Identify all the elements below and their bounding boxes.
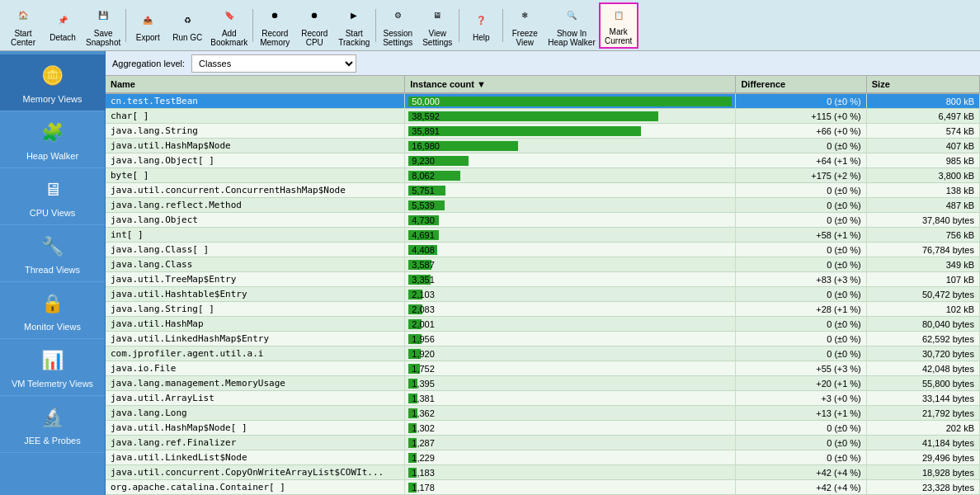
sidebar-item-heap-walker[interactable]: 🧩 Heap Walker (0, 111, 105, 168)
sidebar-item-jee-probes[interactable]: 🔬 JEE & Probes (0, 396, 105, 453)
start-tracking-icon: ▶ (342, 4, 365, 27)
cell-difference: +42 (+4 %) (736, 480, 866, 495)
column-header-instance-count[interactable]: Instance count ▼ (405, 76, 736, 93)
sidebar-item-thread-views[interactable]: 🔧 Thread Views (0, 225, 105, 282)
cell-difference: 0 (±0 %) (736, 243, 866, 257)
save-snapshot-icon: 💾 (92, 4, 115, 27)
table-row[interactable]: java.util.concurrent.CopyOnWriteArrayLis… (106, 465, 980, 480)
table-row[interactable]: java.lang.management.MemoryUsage1,395+20… (106, 376, 980, 391)
table-row[interactable]: java.lang.Object[ ]9,230+64 (+1 %)985 kB (106, 153, 980, 168)
table-body: cn.test.TestBean50,0000 (±0 %)800 kBchar… (106, 93, 980, 495)
cell-difference: 0 (±0 %) (736, 198, 866, 213)
cell-size: 37,840 bytes (866, 213, 979, 228)
cell-size: 55,800 bytes (866, 376, 979, 391)
monitor-views-icon: 🔒 (38, 289, 68, 318)
instance-table-container[interactable]: Name Instance count ▼ Difference Size cn… (106, 76, 980, 495)
cell-instance-count: 16,980 (405, 139, 736, 153)
jee-probes-icon: 🔬 (38, 403, 68, 432)
cell-difference: +64 (+1 %) (736, 153, 866, 168)
column-header-size[interactable]: Size (866, 76, 979, 93)
save-snapshot-button[interactable]: 💾 Save Snapshot (82, 2, 124, 49)
export-icon: 📤 (136, 8, 159, 31)
mark-current-button[interactable]: 📋 Mark Current (599, 2, 638, 49)
sidebar-item-monitor-views-label: Monitor Views (24, 322, 81, 332)
cell-name: java.lang.management.MemoryUsage (106, 376, 405, 391)
table-row[interactable]: java.util.ArrayList1,381+3 (+0 %)33,144 … (106, 391, 980, 406)
column-header-difference[interactable]: Difference (736, 76, 866, 93)
cell-instance-count: 2,001 (405, 317, 736, 332)
start-tracking-button[interactable]: ▶ Start Tracking (334, 2, 374, 49)
cell-instance-count: 1,178 (405, 480, 736, 495)
table-row[interactable]: java.util.concurrent.ConcurrentHashMap$N… (106, 183, 980, 198)
thread-views-icon: 🔧 (38, 232, 68, 262)
table-row[interactable]: java.util.Hashtable$Entry2,1030 (±0 %)50… (106, 287, 980, 302)
cell-name: java.lang.reflect.Method (106, 198, 405, 213)
column-header-name[interactable]: Name (106, 76, 405, 93)
table-row[interactable]: java.io.File1,752+55 (+3 %)42,048 bytes (106, 361, 980, 376)
view-settings-button[interactable]: 🖥 View Settings (417, 2, 457, 49)
cell-size: 80,040 bytes (866, 317, 979, 332)
cell-name: java.util.HashMap$Node (106, 139, 405, 153)
table-row[interactable]: java.util.HashMap2,0010 (±0 %)80,040 byt… (106, 317, 980, 332)
cell-name: java.lang.String[ ] (106, 302, 405, 317)
memory-views-icon: 🪙 (38, 61, 68, 91)
cell-name: java.io.File (106, 361, 405, 376)
table-row[interactable]: byte[ ]8,062+175 (+2 %)3,800 kB (106, 168, 980, 183)
sidebar-item-memory-views[interactable]: 🪙 Memory Views (0, 54, 105, 111)
add-bookmark-button[interactable]: 🔖 Add Bookmark (207, 2, 251, 49)
table-row[interactable]: java.util.TreeMap$Entry3,351+83 (+3 %)10… (106, 272, 980, 287)
cell-instance-count: 3,587 (405, 257, 736, 272)
table-row[interactable]: java.util.HashMap$Node16,9800 (±0 %)407 … (106, 139, 980, 153)
session-settings-icon: ⚙ (386, 4, 409, 27)
table-row[interactable]: java.lang.reflect.Method5,5390 (±0 %)487… (106, 198, 980, 213)
record-cpu-button[interactable]: ⏺ Record CPU (294, 2, 334, 49)
show-in-heap-walker-icon: 🔍 (560, 4, 583, 27)
table-row[interactable]: java.util.LinkedHashMap$Entry1,9560 (±0 … (106, 332, 980, 346)
show-in-heap-walker-button[interactable]: 🔍 Show In Heap Walker (544, 2, 598, 49)
record-memory-button[interactable]: ⏺ Record Memory (255, 2, 294, 49)
add-bookmark-icon: 🔖 (218, 4, 241, 27)
run-gc-button[interactable]: ♻ Run GC (167, 2, 207, 49)
instance-table: Name Instance count ▼ Difference Size cn… (106, 76, 980, 495)
cell-difference: 0 (±0 %) (736, 421, 866, 436)
table-row[interactable]: java.lang.ref.Finalizer1,2870 (±0 %)41,1… (106, 436, 980, 450)
cell-instance-count: 4,691 (405, 228, 736, 243)
cell-name: com.jprofiler.agent.util.a.i (106, 346, 405, 361)
cell-instance-count: 1,920 (405, 346, 736, 361)
table-row[interactable]: org.apache.catalina.Container[ ]1,178+42… (106, 480, 980, 495)
main-layout: 🪙 Memory Views 🧩 Heap Walker 🖥 CPU Views… (0, 51, 980, 495)
cell-difference: 0 (±0 %) (736, 213, 866, 228)
session-settings-button[interactable]: ⚙ Session Settings (378, 2, 417, 49)
export-button[interactable]: 📤 Export (128, 2, 167, 49)
table-row[interactable]: java.lang.Class3,5870 (±0 %)349 kB (106, 257, 980, 272)
cell-difference: +58 (+1 %) (736, 228, 866, 243)
table-row[interactable]: cn.test.TestBean50,0000 (±0 %)800 kB (106, 93, 980, 109)
freeze-view-button[interactable]: ❄ Freeze View (505, 2, 544, 49)
table-row[interactable]: java.lang.Object4,7300 (±0 %)37,840 byte… (106, 213, 980, 228)
table-row[interactable]: java.lang.String35,891+66 (+0 %)574 kB (106, 124, 980, 139)
table-row[interactable]: java.util.LinkedList$Node1,2290 (±0 %)29… (106, 450, 980, 465)
table-row[interactable]: java.lang.String[ ]2,083+28 (+1 %)102 kB (106, 302, 980, 317)
cell-size: 985 kB (866, 153, 979, 168)
sidebar-item-vm-telemetry-views[interactable]: 📊 VM Telemetry Views (0, 339, 105, 396)
sidebar-item-cpu-views[interactable]: 🖥 CPU Views (0, 168, 105, 225)
cell-instance-count: 1,395 (405, 376, 736, 391)
cell-name: int[ ] (106, 228, 405, 243)
detach-button[interactable]: 📌 Detach (43, 2, 82, 49)
start-center-button[interactable]: 🏠 Start Center (3, 2, 43, 49)
cell-size: 23,328 bytes (866, 480, 979, 495)
aggregation-select[interactable]: Classes (191, 54, 356, 73)
table-row[interactable]: java.util.HashMap$Node[ ]1,3020 (±0 %)20… (106, 421, 980, 436)
table-row[interactable]: int[ ]4,691+58 (+1 %)756 kB (106, 228, 980, 243)
table-row[interactable]: java.lang.Class[ ]4,4080 (±0 %)76,784 by… (106, 243, 980, 257)
cell-instance-count: 4,408 (405, 243, 736, 257)
sidebar-item-monitor-views[interactable]: 🔒 Monitor Views (0, 282, 105, 339)
table-row[interactable]: java.lang.Long1,362+13 (+1 %)21,792 byte… (106, 406, 980, 421)
cell-size: 33,144 bytes (866, 391, 979, 406)
separator-2 (252, 9, 253, 42)
cell-instance-count: 3,351 (405, 272, 736, 287)
help-button[interactable]: ❓ Help (461, 2, 501, 49)
separator-5 (502, 9, 503, 42)
table-row[interactable]: char[ ]38,592+115 (+0 %)6,497 kB (106, 109, 980, 124)
table-row[interactable]: com.jprofiler.agent.util.a.i1,9200 (±0 %… (106, 346, 980, 361)
